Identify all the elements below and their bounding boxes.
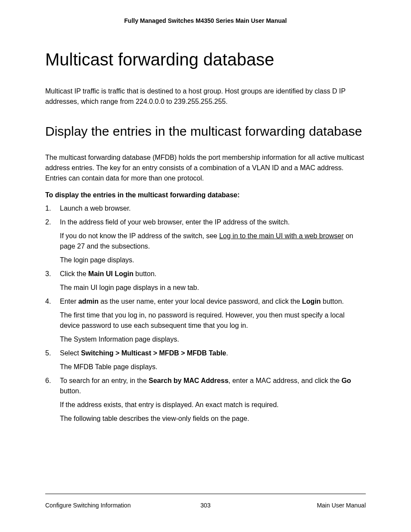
step-sub-text: If you do not know the IP address of the…	[60, 231, 366, 252]
cross-reference-link[interactable]: Log in to the main UI with a web browser	[219, 232, 344, 240]
list-item: Click the Main UI Login button. The main…	[45, 269, 366, 293]
step-result: The System Information page displays.	[60, 334, 366, 345]
list-item: Enter admin as the user name, enter your…	[45, 296, 366, 345]
step-result: The MFDB Table page displays.	[60, 362, 366, 372]
section-heading: Display the entries in the multicast for…	[45, 123, 366, 140]
intro-paragraph: Multicast IP traffic is traffic that is …	[45, 86, 366, 107]
ui-element-label: Login	[302, 298, 321, 305]
ui-element-label: admin	[78, 298, 99, 305]
list-item: To search for an entry, in the Search by…	[45, 376, 366, 424]
ui-element-label: Search by MAC Address	[149, 377, 228, 384]
footer-right: Main User Manual	[317, 502, 366, 509]
step-result: The following table describes the view-o…	[60, 414, 366, 424]
ui-menu-path: Switching > Multicast > MFDB > MFDB Tabl…	[81, 349, 226, 357]
procedure-list: Launch a web browser. In the address fie…	[45, 203, 366, 424]
list-item: Launch a web browser.	[45, 203, 366, 214]
page-header: Fully Managed Switches M4350 Series Main…	[45, 17, 366, 24]
page-footer: Configure Switching Information 303 Main…	[45, 494, 366, 509]
ui-element-label: Main UI Login	[88, 270, 134, 277]
step-note: The first time that you log in, no passw…	[60, 310, 366, 331]
ui-element-label: Go	[342, 377, 351, 384]
step-text: Launch a web browser.	[60, 205, 131, 212]
description-paragraph: The multicast forwarding database (MFDB)…	[45, 152, 366, 184]
list-item: Select Switching > Multicast > MFDB > MF…	[45, 348, 366, 372]
page-title: Multicast forwarding database	[45, 49, 366, 70]
list-item: In the address field of your web browser…	[45, 217, 366, 265]
step-text: In the address field of your web browser…	[60, 218, 290, 226]
footer-left: Configure Switching Information	[45, 502, 131, 509]
step-result: The main UI login page displays in a new…	[60, 283, 366, 293]
step-note: If the address exists, that entry is dis…	[60, 400, 366, 410]
page-number: 303	[200, 502, 210, 509]
procedure-heading: To display the entries in the multicast …	[45, 191, 366, 199]
step-result: The login page displays.	[60, 255, 366, 265]
